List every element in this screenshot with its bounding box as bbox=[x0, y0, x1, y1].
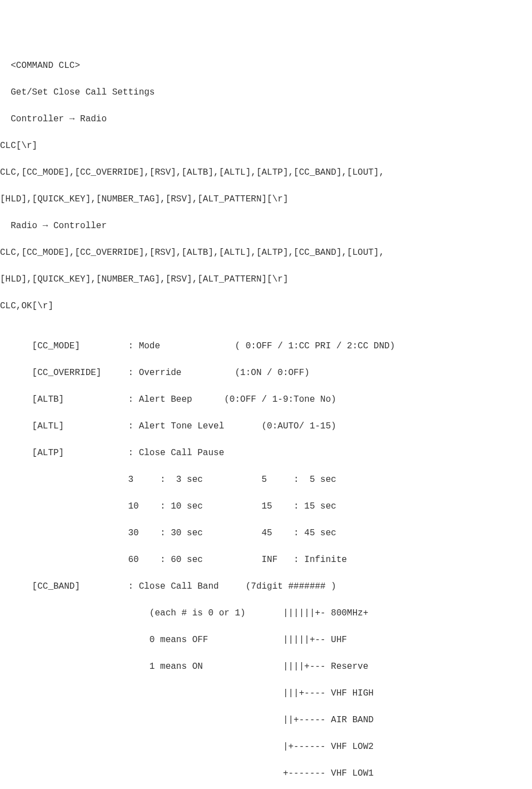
response-line-3: CLC,OK[\r] bbox=[0, 299, 532, 313]
request-line-1: CLC[\r] bbox=[0, 139, 532, 152]
param-band-4: |||+---- VHF HIGH bbox=[0, 687, 532, 700]
param-cc-override: [CC_OVERRIDE] : Override (1:ON / 0:OFF) bbox=[0, 366, 532, 379]
param-altp-values-3: 30 : 30 sec 45 : 45 sec bbox=[0, 526, 532, 540]
param-band-5: ||+----- AIR BAND bbox=[0, 713, 532, 727]
param-band-7: +------- VHF LOW1 bbox=[0, 767, 532, 780]
param-band-2: 0 means OFF |||||+-- UHF bbox=[0, 633, 532, 647]
param-cc-band: [CC_BAND] : Close Call Band (7digit ####… bbox=[0, 580, 532, 593]
param-altl: [ALTL] : Alert Tone Level (0:AUTO/ 1-15) bbox=[0, 420, 532, 433]
request-line-2: CLC,[CC_MODE],[CC_OVERRIDE],[RSV],[ALTB]… bbox=[0, 166, 532, 179]
response-line-2: [HLD],[QUICK_KEY],[NUMBER_TAG],[RSV],[AL… bbox=[0, 273, 532, 286]
param-band-3: 1 means ON ||||+--- Reserve bbox=[0, 660, 532, 673]
param-cc-mode: [CC_MODE] : Mode ( 0:OFF / 1:CC PRI / 2:… bbox=[0, 339, 532, 353]
param-altp-values-4: 60 : 60 sec INF : Infinite bbox=[0, 553, 532, 566]
command-header: <COMMAND CLC> bbox=[0, 59, 532, 72]
controller-to-radio-label: Controller → Radio bbox=[0, 112, 532, 126]
response-line-1: CLC,[CC_MODE],[CC_OVERRIDE],[RSV],[ALTB]… bbox=[0, 246, 532, 259]
radio-to-controller-label: Radio → Controller bbox=[0, 219, 532, 233]
param-altp: [ALTP] : Close Call Pause bbox=[0, 446, 532, 460]
param-band-6: |+------ VHF LOW2 bbox=[0, 740, 532, 753]
param-band-1: (each # is 0 or 1) ||||||+- 800MHz+ bbox=[0, 606, 532, 620]
command-title: Get/Set Close Call Settings bbox=[0, 86, 532, 99]
param-altp-values-2: 10 : 10 sec 15 : 15 sec bbox=[0, 500, 532, 513]
param-altp-values-1: 3 : 3 sec 5 : 5 sec bbox=[0, 473, 532, 486]
request-line-3: [HLD],[QUICK_KEY],[NUMBER_TAG],[RSV],[AL… bbox=[0, 193, 532, 206]
param-altb: [ALTB] : Alert Beep (0:OFF / 1-9:Tone No… bbox=[0, 393, 532, 406]
